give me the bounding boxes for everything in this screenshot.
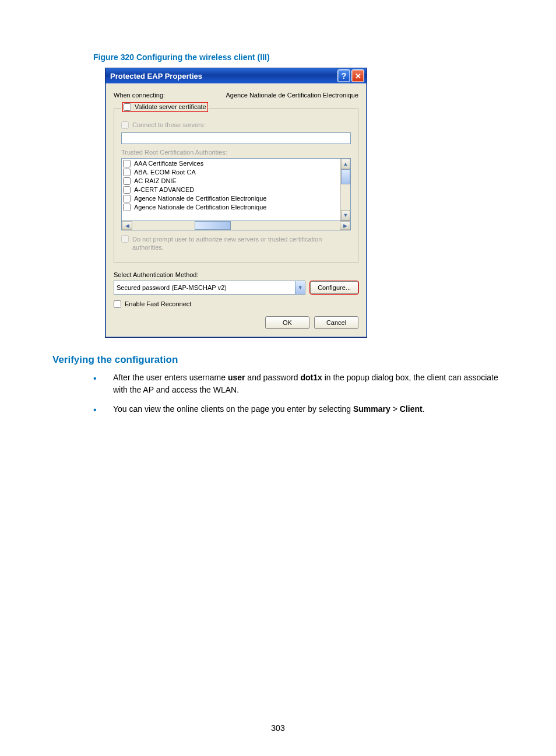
page-number: 303 bbox=[0, 723, 556, 733]
list-item: After the user enters username user and … bbox=[93, 372, 504, 396]
figure-caption: Figure 320 Configuring the wireless clie… bbox=[93, 52, 504, 62]
fast-reconnect-input[interactable] bbox=[114, 300, 121, 308]
ca-label: AC RAIZ DNIE bbox=[134, 177, 177, 184]
close-icon: ✕ bbox=[355, 72, 361, 80]
scroll-up-button[interactable]: ▲ bbox=[341, 159, 350, 169]
ca-checkbox[interactable] bbox=[123, 169, 131, 176]
ca-checkbox[interactable] bbox=[123, 204, 131, 211]
bold-password: dot1x bbox=[300, 373, 322, 382]
help-icon: ? bbox=[342, 71, 347, 80]
connect-to-servers-input[interactable] bbox=[121, 121, 129, 129]
list-item[interactable]: ABA. ECOM Root CA bbox=[123, 169, 339, 176]
cancel-button[interactable]: Cancel bbox=[314, 316, 358, 329]
list-item[interactable]: Agence Nationale de Certification Electr… bbox=[123, 204, 339, 211]
ca-checkbox[interactable] bbox=[123, 177, 131, 185]
text: . bbox=[423, 404, 425, 414]
peap-properties-dialog: Protected EAP Properties ? ✕ When connec… bbox=[105, 68, 367, 338]
scroll-right-button[interactable]: ▶ bbox=[340, 221, 350, 230]
dialog-title: Protected EAP Properties bbox=[108, 72, 336, 80]
list-item: You can view the online clients on the p… bbox=[93, 403, 504, 415]
do-not-prompt-input[interactable] bbox=[121, 235, 129, 243]
when-connecting-row: When connecting: Agence Nationale de Cer… bbox=[114, 92, 358, 99]
ok-button[interactable]: OK bbox=[265, 316, 309, 329]
validate-server-cert-input[interactable] bbox=[124, 103, 131, 111]
ca-label: ABA. ECOM Root CA bbox=[134, 169, 196, 176]
do-not-prompt-checkbox[interactable]: Do not prompt user to authorize new serv… bbox=[121, 235, 351, 252]
dialog-button-row: OK Cancel bbox=[114, 316, 358, 329]
horizontal-scrollbar[interactable]: ◀ ▶ bbox=[121, 221, 351, 230]
trusted-root-items: AAA Certificate Services ABA. ECOM Root … bbox=[122, 159, 340, 220]
scroll-track[interactable] bbox=[341, 169, 350, 210]
text: and password bbox=[245, 373, 300, 382]
list-item[interactable]: AC RAIZ DNIE bbox=[123, 177, 339, 185]
auth-method-row: Secured password (EAP-MSCHAP v2) ▼ Confi… bbox=[114, 281, 358, 295]
verification-list: After the user enters username user and … bbox=[93, 372, 504, 415]
ca-checkbox[interactable] bbox=[123, 160, 131, 167]
dialog-body: When connecting: Agence Nationale de Cer… bbox=[105, 83, 367, 337]
scroll-thumb[interactable] bbox=[195, 221, 231, 230]
list-item[interactable]: AAA Certificate Services bbox=[123, 160, 339, 167]
do-not-prompt-label: Do not prompt user to authorize new serv… bbox=[132, 235, 351, 252]
select-auth-label: Select Authentication Method: bbox=[114, 271, 358, 278]
when-connecting-label: When connecting: bbox=[114, 92, 165, 99]
list-item[interactable]: A-CERT ADVANCED bbox=[123, 186, 339, 194]
chevron-down-icon: ▼ bbox=[298, 285, 303, 290]
ca-checkbox[interactable] bbox=[123, 186, 131, 194]
list-item[interactable]: Agence Nationale de Certification Electr… bbox=[123, 195, 339, 202]
section-heading: Verifying the configuration bbox=[52, 354, 504, 366]
chevron-up-icon: ▲ bbox=[343, 161, 349, 167]
when-connecting-value: Agence Nationale de Certification Electr… bbox=[226, 92, 358, 99]
auth-method-combobox[interactable]: Secured password (EAP-MSCHAP v2) ▼ bbox=[114, 281, 305, 295]
dialog-titlebar[interactable]: Protected EAP Properties ? ✕ bbox=[105, 68, 367, 83]
fast-reconnect-checkbox[interactable]: Enable Fast Reconnect bbox=[114, 300, 358, 308]
auth-method-value: Secured password (EAP-MSCHAP v2) bbox=[117, 284, 227, 291]
validate-server-fieldset: Validate server certificate Connect to t… bbox=[114, 102, 358, 263]
text: You can view the online clients on the p… bbox=[113, 404, 353, 414]
text: After the user enters username bbox=[113, 373, 228, 382]
configure-button[interactable]: Configure... bbox=[310, 281, 358, 294]
validate-server-cert-label: Validate server certificate bbox=[135, 103, 206, 110]
connect-to-servers-checkbox[interactable]: Connect to these servers: bbox=[121, 121, 351, 129]
trusted-root-label: Trusted Root Certification Authorities: bbox=[121, 149, 351, 156]
fast-reconnect-label: Enable Fast Reconnect bbox=[125, 300, 191, 307]
scroll-left-button[interactable]: ◀ bbox=[122, 221, 132, 230]
ca-label: A-CERT ADVANCED bbox=[134, 186, 194, 193]
chevron-down-icon: ▼ bbox=[343, 212, 349, 218]
close-button[interactable]: ✕ bbox=[351, 69, 364, 82]
scroll-down-button[interactable]: ▼ bbox=[341, 210, 350, 220]
connect-to-servers-label: Connect to these servers: bbox=[132, 121, 205, 128]
scroll-track[interactable] bbox=[132, 221, 340, 230]
ca-label: AAA Certificate Services bbox=[134, 160, 203, 167]
bold-client: Client bbox=[400, 404, 423, 414]
ca-label: Agence Nationale de Certification Electr… bbox=[134, 204, 266, 211]
scroll-thumb[interactable] bbox=[341, 169, 350, 184]
text: > bbox=[390, 404, 400, 414]
chevron-right-icon: ▶ bbox=[343, 223, 347, 229]
validate-server-cert-checkbox[interactable]: Validate server certificate bbox=[122, 102, 208, 112]
connect-to-servers-textbox[interactable] bbox=[121, 132, 351, 144]
combobox-arrow[interactable]: ▼ bbox=[295, 281, 305, 294]
trusted-root-listbox[interactable]: AAA Certificate Services ABA. ECOM Root … bbox=[121, 158, 351, 221]
bold-summary: Summary bbox=[353, 404, 390, 414]
ca-label: Agence Nationale de Certification Electr… bbox=[134, 195, 266, 202]
ca-checkbox[interactable] bbox=[123, 195, 131, 202]
document-page: Figure 320 Configuring the wireless clie… bbox=[0, 0, 556, 756]
chevron-left-icon: ◀ bbox=[125, 223, 129, 229]
bold-user: user bbox=[228, 373, 245, 382]
vertical-scrollbar[interactable]: ▲ ▼ bbox=[340, 159, 350, 220]
help-button[interactable]: ? bbox=[337, 69, 350, 82]
